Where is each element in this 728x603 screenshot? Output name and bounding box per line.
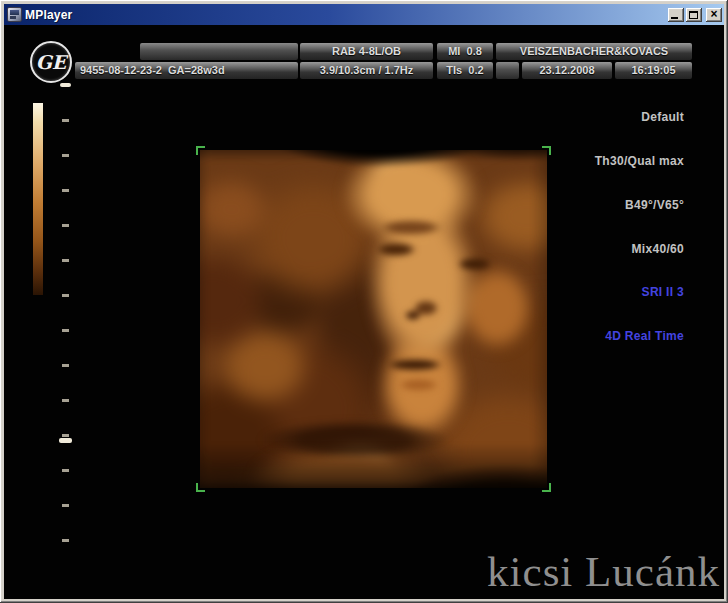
probe-label: RAB 4-8L/OB <box>300 43 433 60</box>
scan-settings-list: Default Th30/Qual max B49°/V65° Mix40/60… <box>595 81 684 373</box>
render-box <box>196 146 551 492</box>
setting-4d-realtime: 4D Real Time <box>595 329 684 344</box>
patient-name: VEISZENBACHER&KOVACS <box>496 43 692 60</box>
scan-params: 3.9/10.3cm / 1.7Hz <box>300 62 433 79</box>
fetus-4d-render <box>200 150 547 488</box>
setting-angles: B49°/V65° <box>595 198 684 213</box>
depth-ruler-ticks <box>62 84 69 566</box>
video-display-area: GE RAB 4-8L/OB MI 0.8 VEISZENBACHER&KOVA… <box>4 25 724 599</box>
minimize-icon <box>671 17 678 19</box>
exam-time: 16:19:05 <box>615 62 692 79</box>
maximize-button[interactable] <box>686 8 702 22</box>
header-blank-field <box>140 43 298 60</box>
scan-shading-layer <box>200 150 547 488</box>
roi-corner-top-right-icon <box>542 146 551 155</box>
setting-default: Default <box>595 110 684 125</box>
titlebar[interactable]: MPlayer × <box>4 4 724 25</box>
header-blank-small <box>496 62 519 79</box>
ruler-tick-top <box>60 83 71 87</box>
close-button[interactable]: × <box>706 8 722 22</box>
window-controls: × <box>668 8 722 22</box>
window-title: MPlayer <box>25 8 72 22</box>
roi-corner-top-left-icon <box>196 146 205 155</box>
mi-value: MI 0.8 <box>437 43 493 60</box>
tis-value: TIs 0.2 <box>437 62 493 79</box>
ruler-tick-focus-marker <box>59 438 72 443</box>
setting-threshold-quality: Th30/Qual max <box>595 154 684 169</box>
ge-logo-icon: GE <box>30 41 72 83</box>
maximize-icon <box>689 11 698 19</box>
patient-id: 9455-08-12-23-2 GA=28w3d <box>75 62 298 79</box>
setting-sri: SRI II 3 <box>595 285 684 300</box>
mplayer-icon[interactable] <box>7 7 22 22</box>
minimize-button[interactable] <box>668 8 684 22</box>
close-icon: × <box>706 7 722 21</box>
mplayer-window: MPlayer × GE RAB 4-8L/OB MI 0.8 VEISZENB… <box>0 0 728 603</box>
exam-date: 23.12.2008 <box>522 62 612 79</box>
video-caption: kicsi Lucánk <box>487 550 720 594</box>
roi-corner-bottom-left-icon <box>196 483 205 492</box>
grayscale-colormap-bar <box>33 103 43 295</box>
setting-mix: Mix40/60 <box>595 242 684 257</box>
roi-corner-bottom-right-icon <box>542 483 551 492</box>
